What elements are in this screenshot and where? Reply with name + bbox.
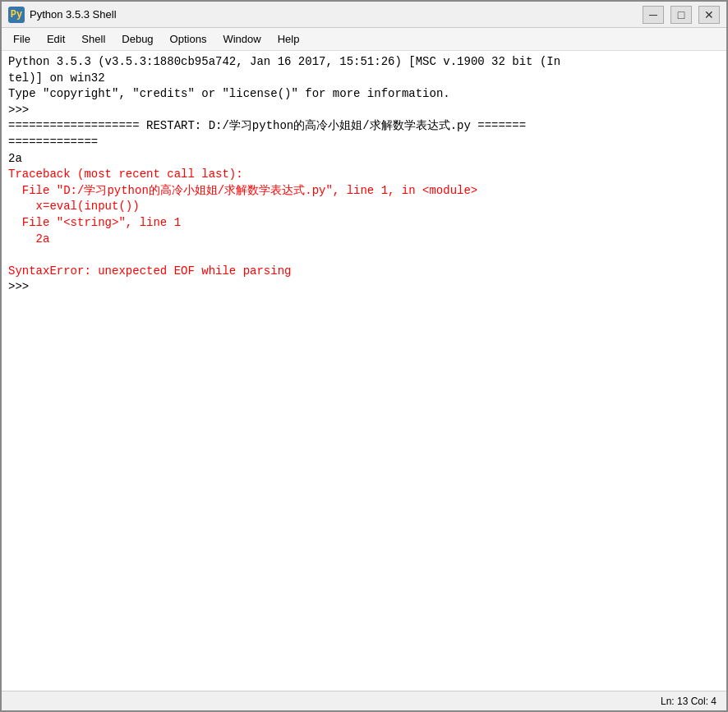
- console-line-3: Type "copyright", "credits" or "license(…: [8, 86, 720, 103]
- window-title: Python 3.5.3 Shell: [30, 8, 117, 21]
- console-line-7: 2a: [8, 151, 720, 168]
- console-line-13: [8, 247, 720, 264]
- minimize-button[interactable]: ─: [643, 6, 664, 24]
- menu-edit[interactable]: Edit: [39, 30, 73, 48]
- console-line-11: File "<string>", line 1: [8, 215, 720, 232]
- console-line-4: >>>: [8, 103, 720, 119]
- menu-debug[interactable]: Debug: [113, 30, 161, 48]
- maximize-button[interactable]: □: [670, 6, 692, 24]
- menu-window[interactable]: Window: [214, 30, 269, 48]
- title-controls: ─ □ ✕: [643, 6, 720, 24]
- menu-shell[interactable]: Shell: [73, 30, 113, 48]
- console-wrapper: Python 3.5.3 (v3.5.3:1880cb95a742, Jan 1…: [2, 51, 726, 691]
- close-button[interactable]: ✕: [698, 6, 720, 24]
- console-line-10: x=eval(input()): [8, 199, 720, 215]
- python-icon: Py: [8, 7, 25, 23]
- console-line-12: 2a: [8, 232, 720, 248]
- console-line-6: =============: [8, 135, 720, 151]
- cursor-position: Ln: 13 Col: 4: [661, 696, 716, 707]
- menu-bar: File Edit Shell Debug Options Window Hel…: [2, 28, 726, 51]
- console-line-1: Python 3.5.3 (v3.5.3:1880cb95a742, Jan 1…: [8, 54, 720, 71]
- menu-file[interactable]: File: [5, 30, 39, 48]
- console-line-5: =================== RESTART: D:/学习python…: [8, 118, 720, 135]
- title-bar: Py Python 3.5.3 Shell ─ □ ✕: [2, 2, 726, 28]
- console-line-9: File "D:/学习python的高冷小姐姐/求解数学表达式.py", lin…: [8, 183, 720, 200]
- title-left: Py Python 3.5.3 Shell: [8, 7, 117, 23]
- console-line-14: SyntaxError: unexpected EOF while parsin…: [8, 264, 720, 280]
- console-area[interactable]: Python 3.5.3 (v3.5.3:1880cb95a742, Jan 1…: [2, 51, 726, 299]
- main-window: Py Python 3.5.3 Shell ─ □ ✕ File Edit Sh…: [0, 0, 728, 712]
- menu-options[interactable]: Options: [162, 30, 215, 48]
- console-line-2: tel)] on win32: [8, 71, 720, 87]
- console-line-15: >>>: [8, 279, 720, 296]
- status-bar: Ln: 13 Col: 4: [2, 691, 726, 710]
- menu-help[interactable]: Help: [270, 30, 308, 48]
- console-line-8: Traceback (most recent call last):: [8, 167, 720, 183]
